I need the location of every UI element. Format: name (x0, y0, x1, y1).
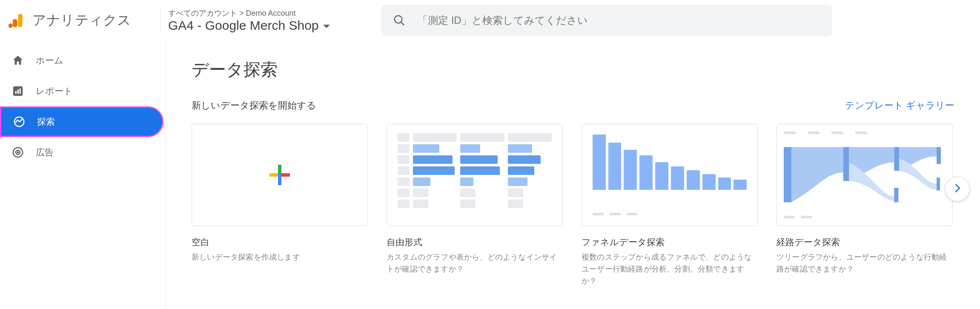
search-icon (393, 14, 406, 27)
chevron-right-icon: > (239, 9, 246, 17)
svg-rect-1 (13, 19, 17, 27)
template-card-title: 空白 (192, 236, 368, 248)
template-thumbnail[interactable] (192, 124, 368, 226)
svg-rect-18 (937, 177, 940, 190)
cards-row: 空白 新しいデータ探索を作成します (192, 124, 954, 287)
property-name: GA4 - Google Merch Shop (168, 18, 319, 33)
sidebar-item-explore[interactable]: 探索 (0, 106, 163, 137)
property-name-row[interactable]: GA4 - Google Merch Shop (168, 18, 368, 33)
sidebar-item-label: レポート (36, 85, 73, 97)
sidebar: ホーム レポート 探索 (0, 41, 166, 309)
template-card-desc: 複数のステップから成るファネルで、どのようなユーザー行動経路が分析、分割、分類で… (582, 252, 758, 287)
template-card-path[interactable]: 経路データ探索 ツリーグラフから、ユーザーのどのような行動経路が確認できますか？ (777, 124, 953, 287)
template-card-title: ファネルデータ探索 (582, 236, 758, 248)
svg-rect-16 (937, 147, 941, 164)
cards-viewport: 空白 新しいデータ探索を作成します (192, 124, 954, 287)
svg-rect-7 (17, 89, 19, 94)
sidebar-item-home[interactable]: ホーム (0, 45, 166, 76)
page-title: データ探索 (192, 58, 954, 81)
logo-block[interactable]: アナリティクス (7, 0, 160, 41)
app-header: アナリティクス すべてのアカウント > Demo Account GA4 - G… (0, 0, 980, 41)
template-card-freeform[interactable]: 自由形式 カスタムのグラフや表から、どのようなインサイトが確認できますか？ (387, 124, 563, 287)
template-card-desc: ツリーグラフから、ユーザーのどのような行動経路が確認できますか？ (777, 252, 953, 275)
bar-chart-icon (11, 84, 25, 98)
analytics-logo-icon (7, 11, 25, 29)
sidebar-item-label: 広告 (36, 146, 54, 158)
scroll-next-button[interactable] (945, 177, 970, 201)
subtitle-row: 新しいデータ探索を開始する テンプレート ギャラリー (192, 99, 954, 112)
template-gallery-link[interactable]: テンプレート ギャラリー (845, 99, 954, 112)
funnel-thumbnail-icon (593, 134, 747, 215)
template-card-desc: 新しいデータ探索を作成します (192, 252, 368, 263)
svg-rect-14 (843, 147, 849, 181)
template-card-funnel[interactable]: ファネルデータ探索 複数のステップから成るファネルで、どのようなユーザー行動経路… (582, 124, 758, 287)
svg-rect-6 (15, 91, 17, 94)
template-card-desc: カスタムのグラフや表から、どのようなインサイトが確認できますか？ (387, 252, 563, 275)
template-card-title: 自由形式 (387, 236, 563, 248)
explore-icon (12, 115, 26, 129)
svg-line-4 (401, 22, 404, 26)
sidebar-item-ads[interactable]: 広告 (0, 137, 166, 168)
svg-rect-15 (894, 147, 900, 171)
breadcrumb-account: Demo Account (246, 9, 296, 17)
sankey-thumbnail-icon (784, 132, 945, 219)
property-selector[interactable]: すべてのアカウント > Demo Account GA4 - Google Me… (168, 0, 368, 41)
template-card-blank[interactable]: 空白 新しいデータ探索を作成します (192, 124, 368, 287)
svg-rect-17 (894, 188, 899, 202)
home-icon (11, 54, 25, 67)
breadcrumb-root: すべてのアカウント (168, 9, 237, 17)
app-title: アナリティクス (32, 11, 131, 30)
main-content: データ探索 新しいデータ探索を開始する テンプレート ギャラリー 空白 新しいデ… (166, 41, 980, 309)
svg-rect-8 (20, 89, 21, 94)
search-input[interactable] (418, 14, 820, 26)
target-icon (11, 146, 25, 159)
sidebar-item-label: 探索 (37, 116, 55, 128)
svg-rect-13 (784, 147, 791, 202)
caret-down-icon (323, 25, 330, 28)
vertical-divider (160, 9, 160, 32)
svg-point-12 (17, 152, 19, 153)
svg-point-3 (395, 16, 402, 23)
template-thumbnail[interactable] (387, 124, 563, 226)
sub-title: 新しいデータ探索を開始する (192, 99, 316, 112)
sidebar-item-label: ホーム (36, 54, 63, 66)
template-card-title: 経路データ探索 (777, 236, 953, 248)
template-thumbnail[interactable] (582, 124, 758, 226)
sidebar-item-reports[interactable]: レポート (0, 76, 166, 106)
svg-rect-0 (18, 14, 23, 27)
freeform-thumbnail-icon (398, 133, 552, 216)
plus-icon (269, 165, 290, 185)
svg-point-2 (9, 23, 13, 28)
search-bar[interactable] (381, 5, 832, 36)
breadcrumb: すべてのアカウント > Demo Account (168, 8, 368, 18)
template-thumbnail[interactable] (777, 124, 953, 226)
chevron-right-icon (951, 182, 963, 196)
